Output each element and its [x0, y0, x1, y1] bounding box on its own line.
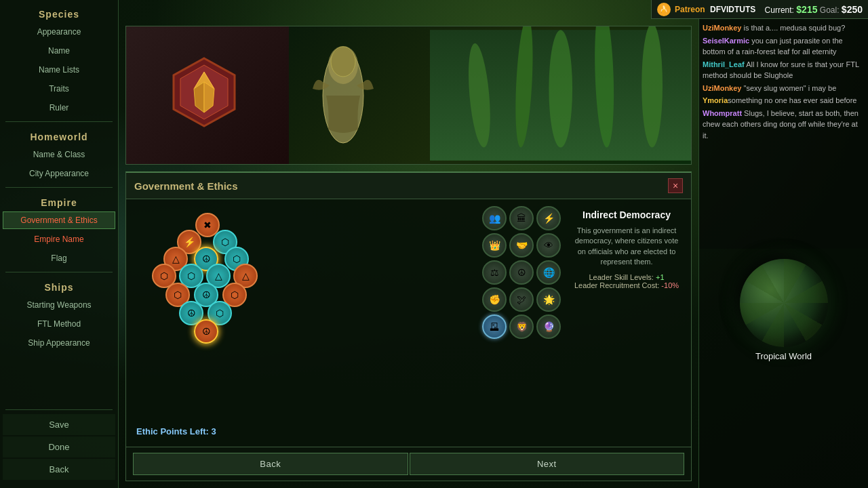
gov-icon-14[interactable]: 🔮: [536, 314, 561, 339]
stat1-label: Leader Skill Levels:: [589, 273, 654, 281]
sidebar-item-traits[interactable]: Traits: [3, 80, 115, 98]
stat2-label: Leader Recruitment Cost:: [574, 281, 659, 289]
done-button[interactable]: Done: [3, 436, 115, 458]
sidebar: Species Appearance Name Name Lists Trait…: [0, 0, 119, 488]
empire-preview: [125, 26, 692, 165]
info-panel: Indirect Democracy This government is an…: [569, 206, 684, 440]
sidebar-item-name[interactable]: Name: [3, 42, 115, 60]
patreon-goal: Current: $215 Goal: $250: [765, 4, 863, 15]
landscape-svg: [430, 26, 691, 164]
gov-stat-1: Leader Skill Levels: +1: [572, 273, 681, 281]
stat2-value: -10%: [661, 281, 679, 289]
sidebar-item-ruler[interactable]: Ruler: [3, 99, 115, 117]
planet-section: Tropical World: [698, 249, 868, 489]
gov-panel-content: ✖⚡⬡△☮⬡⬡⬡△△⬡☮⬡☮⬡☮ Ethic Points Left: 3 👥🏛…: [126, 199, 691, 447]
sidebar-item-starting-weapons[interactable]: Starting Weapons: [3, 296, 115, 314]
chat-message: Ymoriasomething no one has ever said bef…: [703, 95, 865, 106]
patreon-user: DFVIDTUTS: [710, 5, 755, 14]
gov-icon-6[interactable]: ⚖: [482, 260, 507, 285]
svg-point-8: [549, 30, 572, 147]
gov-info-desc: This government is an indirect democracy…: [572, 226, 681, 268]
gov-icon-2[interactable]: ⚡: [536, 206, 561, 230]
patreon-goal-amount: $250: [842, 4, 863, 15]
sidebar-item-city-appearance[interactable]: City Appearance: [3, 165, 115, 182]
alien-svg: [289, 28, 397, 163]
gov-icon-12[interactable]: 🗳: [482, 314, 507, 339]
sidebar-section-species: Species: [0, 3, 118, 22]
divider-1: [5, 121, 113, 122]
stat1-value: +1: [656, 273, 665, 281]
patreon-brand: Patreon: [675, 5, 705, 14]
gov-icon-10[interactable]: 🕊: [509, 287, 534, 312]
sidebar-item-appearance[interactable]: Appearance: [3, 23, 115, 41]
back-btn[interactable]: Back: [133, 453, 408, 475]
sidebar-item-ftl-method[interactable]: FTL Method: [3, 315, 115, 333]
gov-panel-title: Government & Ethics: [134, 180, 238, 192]
gov-info-title: Indirect Democracy: [572, 209, 681, 220]
sidebar-section-homeworld: Homeworld: [0, 126, 118, 145]
sidebar-item-ship-appearance[interactable]: Ship Appearance: [3, 334, 115, 352]
gov-stat-2: Leader Recruitment Cost: -10%: [572, 281, 681, 289]
planet-sphere: [740, 259, 828, 347]
empire-emblem: [167, 55, 248, 136]
ethic-icon-15[interactable]: ☮: [194, 319, 218, 344]
sidebar-section-empire: Empire: [0, 192, 118, 211]
alien-figure: [289, 26, 411, 164]
back-button-sidebar[interactable]: Back: [3, 459, 115, 480]
gov-panel: Government & Ethics × ✖⚡⬡△☮⬡⬡⬡△△⬡☮⬡☮⬡☮ E…: [125, 171, 692, 481]
patreon-current-label: Current:: [765, 5, 794, 15]
bottom-buttons: Back Next: [126, 447, 691, 481]
patreon-icon: 🍌: [657, 3, 671, 16]
patreon-current-amount: $215: [796, 4, 817, 15]
gov-icon-4[interactable]: 🤝: [509, 233, 534, 258]
patreon-label: Patreon DFVIDTUTS: [675, 5, 755, 14]
sidebar-bottom: Save Done Back: [0, 405, 118, 488]
divider-4: [5, 409, 113, 410]
chat-message: SeiselKarmic you can just parasite on th…: [703, 35, 865, 58]
sidebar-item-flag[interactable]: Flag: [3, 249, 115, 267]
chat-message: Mithril_Leaf All I know for sure is that…: [703, 59, 865, 81]
chat-message: UziMonkey is that a.... medusa squid bug…: [703, 22, 865, 34]
svg-point-4: [331, 47, 355, 77]
main-area: Government & Ethics × ✖⚡⬡△☮⬡⬡⬡△△⬡☮⬡☮⬡☮ E…: [119, 19, 868, 488]
gov-icon-0[interactable]: 👥: [482, 206, 507, 230]
sidebar-section-ships: Ships: [0, 277, 118, 296]
sidebar-item-gov-ethics[interactable]: Government & Ethics: [3, 211, 115, 229]
chat-message: Whompratt Slugs, I believe, start as bot…: [703, 108, 865, 142]
close-button[interactable]: ×: [668, 178, 683, 193]
next-btn[interactable]: Next: [410, 453, 685, 475]
right-panel: UziMonkey is that a.... medusa squid bug…: [698, 19, 868, 488]
save-button[interactable]: Save: [3, 414, 115, 435]
chat-message: UziMonkey "sexy slug women" i may be: [703, 83, 865, 94]
patreon-bar: 🍌 Patreon DFVIDTUTS Current: $215 Goal: …: [651, 0, 868, 19]
sidebar-item-empire-name[interactable]: Empire Name: [3, 230, 115, 248]
gov-icon-8[interactable]: 🌐: [536, 260, 561, 285]
ethic-points-value: 3: [212, 426, 216, 436]
planet-label: Tropical World: [755, 351, 812, 361]
center-panel: Government & Ethics × ✖⚡⬡△☮⬡⬡⬡△△⬡☮⬡☮⬡☮ E…: [119, 19, 698, 488]
emblem-svg: [167, 55, 241, 129]
gov-icon-11[interactable]: 🌟: [536, 287, 561, 312]
ethics-wheel: ✖⚡⬡△☮⬡⬡⬡△△⬡☮⬡☮⬡☮: [140, 209, 275, 345]
gov-icon-3[interactable]: 👑: [482, 233, 507, 258]
divider-2: [5, 187, 113, 188]
gov-icon-5[interactable]: 👁: [536, 233, 561, 258]
svg-point-10: [642, 26, 663, 148]
ethic-points-display: Ethic Points Left: 3: [136, 426, 216, 436]
gov-icon-9[interactable]: ✊: [482, 287, 507, 312]
divider-3: [5, 272, 113, 272]
ethic-points-label: Ethic Points Left:: [136, 426, 209, 436]
sidebar-item-name-class[interactable]: Name & Class: [3, 146, 115, 163]
sidebar-item-name-lists[interactable]: Name Lists: [3, 61, 115, 79]
gov-panel-header: Government & Ethics ×: [126, 173, 691, 199]
chat-area: UziMonkey is that a.... medusa squid bug…: [698, 19, 868, 249]
empire-preview-scene: [289, 26, 691, 164]
ethics-area: ✖⚡⬡△☮⬡⬡⬡△△⬡☮⬡☮⬡☮ Ethic Points Left: 3: [133, 206, 474, 440]
gov-icons-grid: 👥🏛⚡👑🤝👁⚖☮🌐✊🕊🌟🗳🦁🔮: [481, 206, 562, 440]
gov-icon-1[interactable]: 🏛: [509, 206, 534, 230]
gov-icon-7[interactable]: ☮: [509, 260, 534, 285]
empire-emblem-area: [126, 26, 289, 164]
gov-icon-13[interactable]: 🦁: [509, 314, 534, 339]
patreon-goal-label: Goal:: [820, 5, 840, 15]
